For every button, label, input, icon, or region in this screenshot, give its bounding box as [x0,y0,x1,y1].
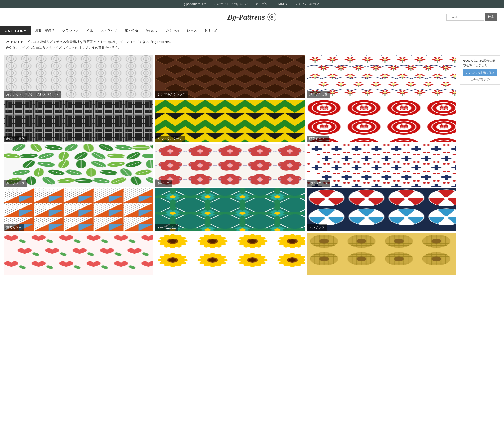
pattern-label-tri: 三又カラー [4,224,24,231]
pattern-card-leaf[interactable]: 葉っぱポップ [4,144,153,187]
pattern-card-maze[interactable]: 出口なし迷路 [4,100,153,142]
pattern-label-nordic: 北欧パターン [307,180,330,187]
pattern-card-japonisme[interactable]: ジャポニズム [155,189,305,231]
ad-text: Google はこの広告の表示を停止しました [463,59,495,67]
category-item[interactable]: 和風 [83,26,97,35]
category-item[interactable]: かわいい [142,26,162,35]
pattern-card-tri[interactable]: 三又カラー [4,189,153,231]
svg-marker-2 [273,16,275,18]
pattern-card-nordic[interactable]: 北欧パターン [307,144,456,187]
pattern-card-shuangxi[interactable]: 双喜ドッツ2 [307,100,456,142]
search-button[interactable]: 検索 [485,13,497,21]
pattern-label-zigzag: ジグザグな花 [307,91,330,98]
search-area: 検索 [446,13,497,21]
pattern-label-leaf: 葉っぱポップ [4,180,27,187]
pattern-canvas-umbrella [307,189,456,231]
sidebar: Google はこの広告の表示を停止しました この広告の表示を停止 広告表示設定… [460,55,500,275]
pattern-card-ume[interactable]: 梅ポップ [155,144,305,187]
description-line1: WEBやDTP、ビジネス資料などで使える背景素材を商用可でフリー（無料）ダウンロ… [6,39,498,45]
search-input[interactable] [446,14,484,20]
pattern-canvas-sunflower [155,233,305,275]
pattern-card-zigzag[interactable]: ジグザグな花 [307,55,456,98]
pattern-label-umbrella: アンブレラ [307,224,327,231]
svg-marker-4 [269,16,271,18]
top-navigation: Bg-patternsとは？このサイトでできることカテゴリーLINKSライセンス… [0,0,504,8]
category-item[interactable]: 図形・幾何学 [31,26,58,35]
ad-box: Google はこの広告の表示を停止しました この広告の表示を停止 広告表示設定… [460,55,500,85]
pattern-grid: おすすめレースのシームレスパターンシンプルクラシックジグザグな花出口なし迷路クジ… [4,55,456,275]
ad-stop-button[interactable]: この広告の表示を停止 [463,69,497,76]
pattern-label-japonisme: ジャポニズム [155,224,178,231]
pattern-label-lace: おすすめレースのシームレスパターン [4,91,61,98]
pattern-card-classic[interactable]: シンプルクラシック [155,55,305,98]
pattern-card-peacock[interactable]: クジャクパターン [155,100,305,142]
pattern-label-peacock: クジャクパターン [155,136,185,142]
pattern-label-classic: シンプルクラシック [155,91,188,98]
pattern-canvas-shuangxi [307,100,456,142]
pattern-canvas-tri [4,189,153,231]
category-item[interactable]: おすすめ [201,26,222,35]
top-nav-item-license[interactable]: ライセンスについて [295,2,322,6]
category-navigation: CATEGORY 図形・幾何学クラシック和風ストライプ花・植物かわいいおしゃれレ… [0,26,504,36]
top-nav-item-links[interactable]: LINKS [279,2,288,6]
svg-marker-3 [271,18,273,20]
category-item[interactable]: レース [183,26,201,35]
pattern-canvas-cookie [307,233,456,275]
category-label: CATEGORY [0,27,31,35]
pattern-label-ume: 梅ポップ [155,180,172,187]
category-item[interactable]: クラシック [58,26,83,35]
description-line2: 色や形、サイズも自由にカスタマイズして自分のオリジナルの背景を作ろう。 [6,45,498,51]
logo-icon [267,12,277,22]
pattern-card-lace[interactable]: おすすめレースのシームレスパターン [4,55,153,98]
pattern-label-maze: 出口なし迷路 [4,136,27,142]
top-nav-item-categories[interactable]: カテゴリー [256,2,271,6]
pattern-label-shuangxi: 双喜ドッツ2 [307,136,328,142]
pattern-card-umbrella[interactable]: アンブレラ [307,189,456,231]
svg-marker-1 [271,14,273,16]
category-item[interactable]: おしゃれ [162,26,183,35]
ad-settings[interactable]: 広告表示設定 ⓘ [463,78,497,82]
main-content: おすすめレースのシームレスパターンシンプルクラシックジグザグな花出口なし迷路クジ… [0,53,504,278]
category-item[interactable]: 花・植物 [121,26,142,35]
pattern-card-heart[interactable] [4,233,153,275]
pattern-canvas-ume [155,144,305,187]
top-nav-item-about[interactable]: Bg-patternsとは？ [182,2,207,6]
logo-text[interactable]: Bg-Pattrens [227,13,265,21]
logo-area: Bg-Pattrens [227,12,277,22]
category-item[interactable]: ストライプ [97,26,121,35]
pattern-card-cookie[interactable] [307,233,456,275]
svg-point-5 [271,16,273,18]
top-nav-item-features[interactable]: このサイトでできること [214,2,248,6]
pattern-canvas-heart [4,233,153,275]
site-header: Bg-Pattrens 検索 [0,8,504,26]
pattern-card-sunflower[interactable] [155,233,305,275]
site-description: WEBやDTP、ビジネス資料などで使える背景素材を商用可でフリー（無料）ダウンロ… [0,36,504,53]
